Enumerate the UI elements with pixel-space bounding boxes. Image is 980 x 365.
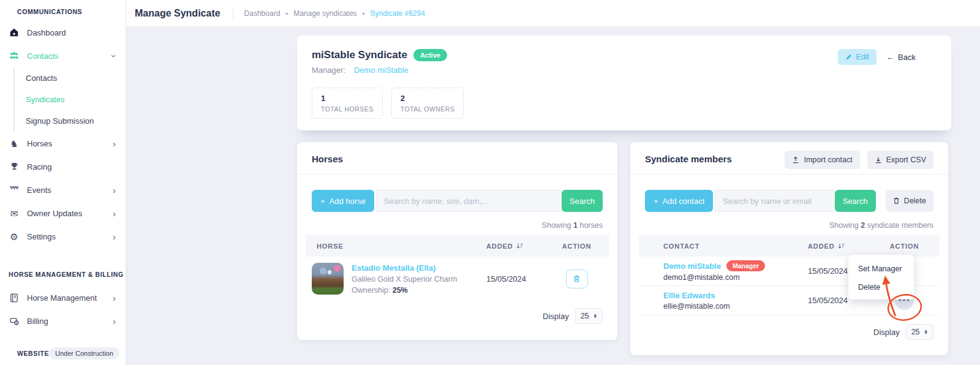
- horse-table-row: Estadio Mestalla (Ella) Galileo Gold X S…: [306, 257, 609, 301]
- horses-panel-title: Horses: [312, 154, 343, 164]
- sidebar-item-label: Dashboard: [27, 28, 66, 37]
- syndicate-members-panel: Syndicate members Import contact Export …: [630, 142, 948, 355]
- plus-icon: +: [320, 197, 325, 206]
- edit-button[interactable]: Edit: [838, 49, 877, 65]
- sidebar-item-billing[interactable]: Billing ›: [0, 309, 126, 333]
- row-actions-dropdown: Set Manager Delete: [848, 255, 914, 299]
- import-contact-button[interactable]: Import contact: [785, 151, 859, 169]
- sidebar-item-contacts[interactable]: Contacts ›: [0, 44, 126, 67]
- pencil-icon: [845, 53, 853, 61]
- app-root: COMMUNICATIONS Dashboard Contacts › Cont…: [0, 0, 980, 365]
- manager-label: Manager:: [312, 66, 345, 75]
- chevron-right-icon: ›: [113, 232, 116, 241]
- chevron-down-icon: ›: [110, 55, 119, 58]
- sidebar-item-owner-updates[interactable]: ✉ Owner Updates ›: [0, 201, 126, 225]
- sidebar-item-events[interactable]: Events ›: [0, 178, 126, 201]
- breadcrumb-manage-syndicates[interactable]: Manage syndicates: [293, 9, 356, 18]
- add-horse-button[interactable]: + Add horse: [312, 190, 374, 212]
- status-badge: Active: [413, 49, 447, 61]
- sidebar-subitem-signup-submission[interactable]: Signup Submission: [15, 110, 126, 132]
- sort-icon: [838, 243, 845, 249]
- sidebar-item-racing[interactable]: Racing: [0, 155, 126, 178]
- display-label: Display: [873, 328, 900, 337]
- trash-icon: [893, 197, 900, 205]
- page-title: Manage Syndicate: [135, 8, 221, 19]
- sidebar-subitem-contacts[interactable]: Contacts: [15, 67, 126, 89]
- gear-icon: ⚙: [9, 231, 20, 242]
- delete-selected-button[interactable]: Delete: [886, 190, 933, 212]
- member-email: demo1@mistable.com: [663, 273, 808, 282]
- manager-badge: Manager: [726, 260, 765, 271]
- syndicate-title: miStable Syndicate: [312, 49, 407, 61]
- sidebar-item-label: Billing: [27, 317, 48, 326]
- sort-icon: [516, 243, 523, 249]
- horses-page-size-select[interactable]: 25 ▲▼: [575, 308, 603, 324]
- sidebar-item-horses[interactable]: ♞ Horses ›: [0, 132, 126, 155]
- horse-name-link[interactable]: Estadio Mestalla (Ella): [352, 263, 457, 273]
- section-label-website: WEBSITE: [0, 349, 49, 358]
- members-search-input[interactable]: [715, 190, 834, 212]
- horses-showing-text: Showing 1 horses: [297, 212, 617, 235]
- horses-table-header: HORSE ADDED ACTION: [306, 235, 609, 257]
- sidebar-subitem-syndicates[interactable]: Syndicates: [15, 89, 126, 110]
- display-label: Display: [543, 312, 569, 321]
- top-header: Manage Syndicate Dashboard • Manage synd…: [126, 0, 980, 27]
- journal-icon: [9, 292, 20, 303]
- breadcrumb-dashboard[interactable]: Dashboard: [244, 9, 281, 18]
- member-name-link[interactable]: Ellie Edwards: [663, 291, 715, 300]
- billing-icon: [9, 315, 20, 326]
- sidebar-item-dashboard[interactable]: Dashboard: [0, 21, 126, 44]
- horses-search-input[interactable]: [376, 190, 562, 212]
- horse-icon: ♞: [9, 138, 20, 149]
- column-horse: HORSE: [306, 243, 486, 250]
- website-section: WEBSITE Under Construction: [0, 347, 126, 359]
- back-button[interactable]: ← Back: [886, 53, 916, 62]
- arrow-left-icon: ←: [886, 53, 894, 62]
- horses-panel: Horses + Add horse Search Showing 1 hors…: [297, 142, 617, 340]
- add-contact-button[interactable]: + Add contact: [645, 190, 713, 212]
- users-icon: [9, 50, 20, 61]
- column-contact: CONTACT: [663, 243, 808, 250]
- column-added-sort[interactable]: ADDED: [808, 243, 869, 250]
- section-label-horse-mgmt-billing: HORSE MANAGEMENT & BILLING: [0, 263, 126, 279]
- sidebar-item-settings[interactable]: ⚙ Settings ›: [0, 225, 126, 248]
- sidebar: COMMUNICATIONS Dashboard Contacts › Cont…: [0, 0, 126, 365]
- chevron-right-icon: ›: [113, 186, 116, 195]
- sidebar-item-label: Owner Updates: [27, 209, 82, 218]
- export-csv-button[interactable]: Export CSV: [867, 151, 933, 169]
- sidebar-item-label: Contacts: [27, 51, 58, 61]
- members-search-button[interactable]: Search: [835, 190, 876, 212]
- column-action: ACTION: [545, 243, 609, 250]
- horse-photo: [312, 263, 344, 295]
- horse-pedigree: Galileo Gold X Superior Charm: [352, 275, 457, 284]
- envelope-icon: ✉: [9, 208, 20, 219]
- members-panel-title: Syndicate members: [645, 154, 732, 164]
- breadcrumb-separator: •: [285, 10, 288, 17]
- breadcrumb-current[interactable]: Syndicate #6294: [370, 9, 424, 18]
- home-icon: [9, 27, 20, 38]
- select-arrows-icon: ▲▼: [594, 314, 597, 318]
- trophy-icon: [9, 161, 20, 172]
- header-divider: [233, 7, 233, 20]
- plus-icon: +: [654, 197, 658, 206]
- sidebar-item-label: Horses: [27, 139, 52, 148]
- sidebar-item-label: Horse Management: [27, 293, 97, 303]
- members-page-size-select[interactable]: 25 ▲▼: [906, 324, 933, 340]
- member-name-link[interactable]: Demo miStable: [663, 262, 721, 271]
- members-table-header: CONTACT ADDED ACTION: [639, 235, 940, 257]
- menu-item-set-manager[interactable]: Set Manager: [848, 262, 914, 280]
- horses-search-button[interactable]: Search: [562, 190, 603, 212]
- contacts-submenu: Contacts Syndicates Signup Submission: [13, 67, 126, 132]
- sidebar-item-label: Events: [27, 186, 51, 195]
- delete-horse-button[interactable]: [566, 269, 588, 288]
- sidebar-item-horse-management[interactable]: Horse Management ›: [0, 286, 126, 309]
- breadcrumb-separator: •: [363, 10, 365, 17]
- syndicate-info-card: miStable Syndicate Active Manager: Demo …: [297, 36, 951, 130]
- menu-item-delete[interactable]: Delete: [848, 280, 914, 292]
- column-action: ACTION: [869, 243, 940, 250]
- chevron-right-icon: ›: [113, 139, 116, 148]
- column-added-sort[interactable]: ADDED: [486, 243, 545, 250]
- sidebar-item-label: Racing: [27, 162, 51, 171]
- chevron-right-icon: ›: [113, 209, 116, 218]
- manager-link[interactable]: Demo miStable: [354, 66, 409, 75]
